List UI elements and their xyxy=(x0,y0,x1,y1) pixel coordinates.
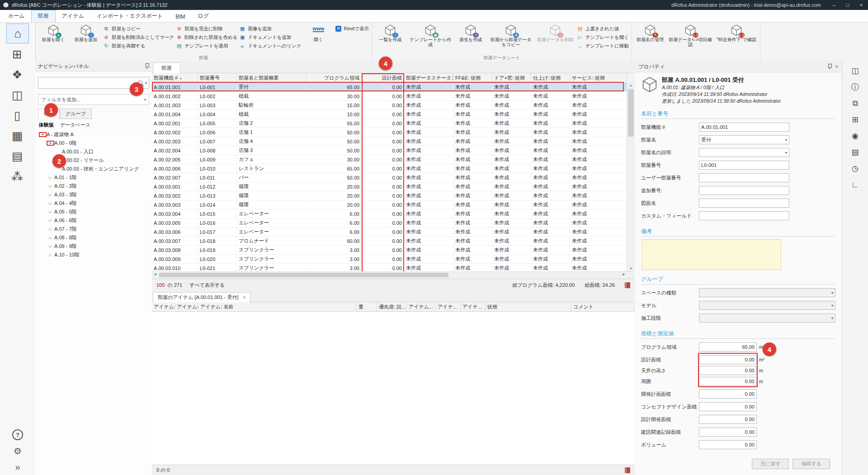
design-development-area-input[interactable]: 0.00 xyxy=(699,415,757,424)
column-header[interactable]: 部屋データステータス xyxy=(404,73,453,82)
volume-input[interactable]: 0.00 xyxy=(699,440,757,449)
info-icon[interactable]: ⓘ xyxy=(847,81,863,94)
scrollbar-thumb[interactable] xyxy=(628,89,634,137)
menu-tab-rooms[interactable]: 部屋 xyxy=(31,10,56,22)
custom-field-input[interactable] xyxy=(699,211,789,220)
save-button[interactable]: 保存する xyxy=(793,459,830,469)
tree-node[interactable]: A.00.03 - 技術・エンジニアリング xyxy=(35,165,152,173)
create-from-template-button[interactable]: ▣ テンプレートから作成 xyxy=(407,23,453,48)
tree-caret-icon[interactable]: ▷ xyxy=(47,185,53,188)
measure-icon[interactable]: ∟ xyxy=(847,179,863,191)
tree-caret-icon[interactable]: ▷ xyxy=(47,176,53,180)
table-row[interactable]: A.00.02.002L0-006店舗 150.000.00未作成未作成未作成未… xyxy=(152,128,635,137)
tree-node[interactable]: ▷A.01 - 1階 xyxy=(35,173,152,182)
close-panel-icon[interactable]: × xyxy=(835,64,838,69)
column-header[interactable]: 状態 xyxy=(486,302,571,311)
table-row[interactable]: A.00.02.007L0-011バー50.000.00未作成未作成未作成未作成… xyxy=(152,173,635,182)
table-row[interactable]: A.00.02.001L0-005店舗 255.000.00未作成未作成未作成未… xyxy=(152,119,635,128)
column-header[interactable]: アイテム: アイテム番号▲ xyxy=(152,302,198,311)
table-row[interactable]: A.00.02.003L0-007店舗 450.000.00未作成未作成未作成未… xyxy=(152,137,635,146)
vertical-scrollbar[interactable]: ▲ ▼ xyxy=(627,82,635,271)
add-document-button[interactable]: ▣ ドキュメントを追加 xyxy=(239,34,301,41)
tree-node[interactable]: ▷A.04 - 4階 xyxy=(35,199,152,208)
room-name-description-combo[interactable]: ▾ xyxy=(699,148,789,157)
mark-room-deleted-button[interactable]: ⊘ 部屋を削除済みとしてマーク xyxy=(103,34,174,41)
tree-node[interactable]: ▷A.02 - 2階 xyxy=(35,182,152,190)
close-button[interactable]: × xyxy=(854,0,868,10)
column-header[interactable]: 部屋名と部屋概要 xyxy=(237,73,307,82)
tree-caret-icon[interactable]: ▷ xyxy=(47,219,53,223)
show-all-link[interactable]: すべて表示する xyxy=(189,282,225,289)
expand-icon[interactable]: » xyxy=(15,462,20,472)
additional-number-input[interactable] xyxy=(699,186,789,195)
table-row[interactable]: A.00.03.009L0-020スプリンクラー3.000.00未作成未作成未作… xyxy=(152,255,635,264)
table-row[interactable]: A.00.03.008L0-019スプリンクラー3.000.00未作成未作成未作… xyxy=(152,246,635,255)
column-header[interactable]: サービス: 状態 xyxy=(570,73,627,82)
tree-node[interactable]: ▷A.09 - 9階 xyxy=(35,242,152,251)
tree-node[interactable]: ▷A.03 - 3階 xyxy=(35,190,152,199)
check-under-condition-button[interactable]: 1.3 "特定条件下"で確認 xyxy=(715,23,757,43)
tree-node[interactable]: ▷A.05 - 5階 xyxy=(35,208,152,216)
tree-caret-icon[interactable]: ▷ xyxy=(47,236,53,240)
add-room-button[interactable]: + 部屋を追加 xyxy=(71,23,101,43)
db-tab-trial[interactable]: 体験版 xyxy=(39,122,54,128)
design-area-input[interactable]: 0.00 xyxy=(699,355,757,364)
building-icon[interactable]: ▦ xyxy=(6,126,28,145)
column-header[interactable]: コメント xyxy=(571,302,635,311)
documents-icon[interactable]: ▤ xyxy=(847,146,863,159)
menu-tab-log[interactable]: ログ xyxy=(192,10,216,22)
layout-panels-icon[interactable]: ◫ xyxy=(847,65,863,77)
model-combo[interactable]: ▾ xyxy=(699,301,835,310)
images-icon[interactable]: ◉ xyxy=(847,130,863,142)
table-row[interactable]: A.00.03.006L0-017エレベーター6.000.00未作成未作成未作成… xyxy=(152,228,635,237)
tab-rooms-grid[interactable]: 部屋 xyxy=(153,62,180,73)
room-number-input[interactable]: L0-001 xyxy=(699,161,789,170)
nav-tab-group[interactable]: グループ xyxy=(60,109,92,119)
tree-caret-icon[interactable]: ▷ xyxy=(47,245,53,248)
tree-node[interactable]: ▼A.00 - 0階 xyxy=(35,139,152,147)
table-row[interactable]: A.00.01.004L0-004植栽10.000.00未作成未作成未作成未作成… xyxy=(152,110,635,119)
program-area-input[interactable]: 65.00 xyxy=(699,342,757,352)
menu-tab-import-export[interactable]: インポート・エクスポート xyxy=(90,10,170,22)
column-header[interactable]: 量 xyxy=(357,302,377,311)
tree-caret-icon[interactable]: ▷ xyxy=(47,228,53,231)
tree-caret-icon[interactable]: ▼ xyxy=(47,142,53,145)
undo-button[interactable]: 元に戻す xyxy=(752,459,789,469)
table-row[interactable]: A.00.02.006L0-010レストラン65.000.00未作成未作成未作成… xyxy=(152,164,635,173)
menu-tab-home[interactable]: ホーム xyxy=(2,10,31,22)
column-header[interactable]: ドア+窓: 状態 xyxy=(492,73,531,82)
rooms-module-icon[interactable]: ⌂ xyxy=(6,24,29,43)
tree-caret-icon[interactable]: ▼ xyxy=(40,133,46,136)
column-header[interactable]: 部屋番号 xyxy=(198,73,237,82)
report-book-icon[interactable] xyxy=(625,282,630,288)
construction-record-area-input[interactable]: 0.00 xyxy=(699,428,757,437)
room-name-combo[interactable]: 受付▾ xyxy=(699,135,789,144)
perimeter-input[interactable]: 0.00 xyxy=(699,377,757,386)
add-image-button[interactable]: ▦ 画像を追加 xyxy=(239,25,301,32)
column-header[interactable]: アイテム... xyxy=(407,302,436,311)
settings-icon[interactable]: ⚙ xyxy=(14,446,22,456)
scrollbar-thumb[interactable] xyxy=(159,273,448,277)
column-header[interactable]: 優先度: 説... xyxy=(377,302,407,311)
table-row[interactable]: A.00.01.001L0-001受付65.000.00未作成未作成未作成未作成… xyxy=(152,83,635,92)
tree-node[interactable]: ▷A.06 - 6階 xyxy=(35,216,152,225)
documents-icon[interactable]: ▤ xyxy=(6,147,28,166)
table-row[interactable]: A.00.03.002L0-013循環20.000.00未作成未作成未作成未作成… xyxy=(152,191,635,200)
table-row[interactable]: A.00.01.002L0-002植栽30.000.00未作成未作成未作成未作成… xyxy=(152,92,635,101)
pin-icon[interactable] xyxy=(827,63,832,70)
column-header[interactable]: FF&E: 状態 xyxy=(453,73,492,82)
db-tab-database[interactable]: データベース xyxy=(60,122,90,128)
delete-room-data-button[interactable]: × 部屋データを削除 xyxy=(536,23,575,43)
tree-caret-icon[interactable]: ▷ xyxy=(47,202,53,205)
maximize-button[interactable]: □ xyxy=(841,0,854,10)
move-to-template-button[interactable]: → テンプレートに移動 xyxy=(577,43,629,49)
report-book-icon[interactable] xyxy=(625,467,630,473)
drawing-name-input[interactable] xyxy=(699,199,789,208)
scroll-left-icon[interactable]: ◄ xyxy=(153,272,157,276)
apply-template-button[interactable]: ▤ テンプレートを適用 xyxy=(176,43,237,49)
search-input[interactable] xyxy=(40,80,135,86)
room-function-input[interactable]: A.00.01.001 xyxy=(699,123,789,132)
column-header[interactable]: アイテ... xyxy=(436,302,461,311)
open-template-button[interactable]: ▷ テンプレートを開く xyxy=(577,34,629,41)
systems-icon[interactable]: ⁂ xyxy=(6,167,28,186)
